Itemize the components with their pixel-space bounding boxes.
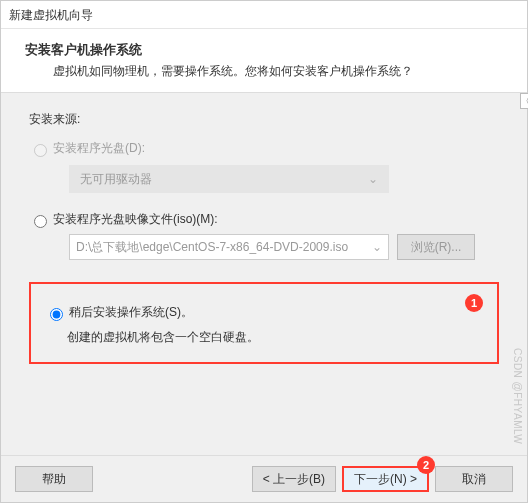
chevron-down-icon: ⌄ <box>368 172 378 186</box>
side-handle[interactable]: 〈 <box>520 93 528 109</box>
radio-later-input[interactable] <box>50 308 63 321</box>
radio-option-iso[interactable]: 安装程序光盘映像文件(iso)(M): <box>29 211 499 228</box>
watermark: CSDN @FHYAMLW <box>512 348 523 444</box>
chevron-down-icon: ⌄ <box>372 240 382 254</box>
page-subtitle: 虚拟机如同物理机，需要操作系统。您将如何安装客户机操作系统？ <box>21 63 507 80</box>
next-button-wrap: 下一步(N) > 2 <box>342 466 429 492</box>
later-desc: 创建的虚拟机将包含一个空白硬盘。 <box>67 329 483 346</box>
wizard-window: 新建虚拟机向导 〈 安装客户机操作系统 虚拟机如同物理机，需要操作系统。您将如何… <box>0 0 528 503</box>
browse-button[interactable]: 浏览(R)... <box>397 234 475 260</box>
help-button[interactable]: 帮助 <box>15 466 93 492</box>
radio-iso-label: 安装程序光盘映像文件(iso)(M): <box>53 211 218 228</box>
radio-disc-input <box>34 144 47 157</box>
wizard-footer: 帮助 < 上一步(B) 下一步(N) > 2 取消 <box>1 455 527 502</box>
iso-path-value: D:\总下载地\edge\CentOS-7-x86_64-DVD-2009.is… <box>76 239 348 256</box>
titlebar[interactable]: 新建虚拟机向导 <box>1 1 527 29</box>
radio-iso-input[interactable] <box>34 215 47 228</box>
footer-right: < 上一步(B) 下一步(N) > 2 取消 <box>252 466 513 492</box>
iso-path-input[interactable]: D:\总下载地\edge\CentOS-7-x86_64-DVD-2009.is… <box>69 234 389 260</box>
back-button[interactable]: < 上一步(B) <box>252 466 336 492</box>
iso-row: D:\总下载地\edge\CentOS-7-x86_64-DVD-2009.is… <box>69 234 499 260</box>
install-source-label: 安装来源: <box>29 111 499 128</box>
radio-option-disc: 安装程序光盘(D): <box>29 140 499 157</box>
disc-drive-dropdown: 无可用驱动器 ⌄ <box>69 165 389 193</box>
window-title: 新建虚拟机向导 <box>9 8 93 22</box>
radio-option-later[interactable]: 稍后安装操作系统(S)。 <box>45 304 483 321</box>
radio-disc-label: 安装程序光盘(D): <box>53 140 145 157</box>
radio-later-label: 稍后安装操作系统(S)。 <box>69 304 193 321</box>
annotation-badge-2: 2 <box>417 456 435 474</box>
wizard-header: 安装客户机操作系统 虚拟机如同物理机，需要操作系统。您将如何安装客户机操作系统？ <box>1 29 527 93</box>
later-option-box: 1 稍后安装操作系统(S)。 创建的虚拟机将包含一个空白硬盘。 <box>29 282 499 364</box>
wizard-content: 安装来源: 安装程序光盘(D): 无可用驱动器 ⌄ 安装程序光盘映像文件(iso… <box>1 93 527 382</box>
cancel-button[interactable]: 取消 <box>435 466 513 492</box>
chevron-left-icon: 〈 <box>519 93 529 110</box>
page-title: 安装客户机操作系统 <box>21 41 507 59</box>
disc-drive-value: 无可用驱动器 <box>80 171 152 188</box>
annotation-badge-1: 1 <box>465 294 483 312</box>
next-button[interactable]: 下一步(N) > <box>342 466 429 492</box>
